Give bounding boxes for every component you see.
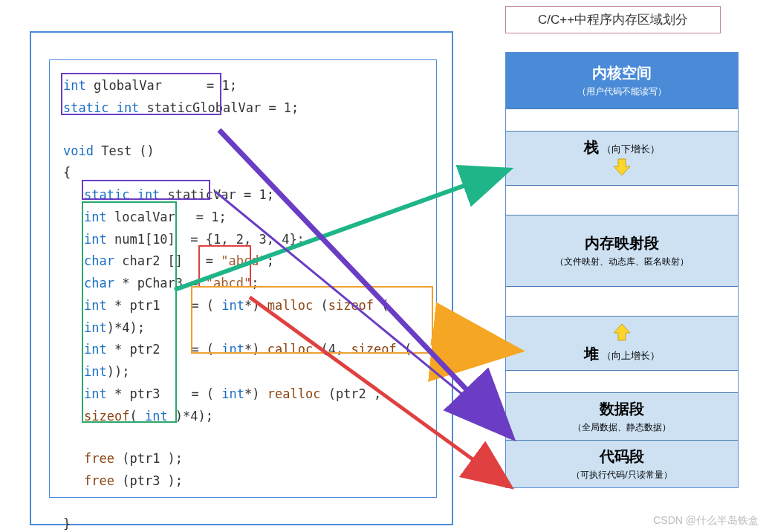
code-panel: int globalVar= 1; static int staticGloba… — [30, 31, 453, 525]
t: 内核空间 — [592, 65, 652, 81]
t: （向上增长） — [602, 350, 660, 361]
t: = ( — [191, 386, 221, 401]
memory-layout: 内核空间 （用户代码不能读写） 栈 （向下增长） 内存映射段 （文件映射、动态库… — [505, 52, 739, 488]
t: （用户代码不能读写） — [510, 85, 733, 98]
t: (ptr2 , — [320, 386, 381, 401]
arrow-down-icon — [510, 158, 733, 179]
highlight-heap-allocs — [191, 286, 433, 354]
t: (ptr3 ); — [114, 473, 183, 488]
svg-marker-0 — [614, 159, 630, 175]
diagram-title: C/C++中程序内存区域划分 — [505, 6, 721, 33]
t: 数据段 — [600, 400, 644, 417]
arrow-up-icon — [510, 322, 733, 344]
fn: free — [84, 451, 114, 466]
watermark: CSDN @什么半岛铁盒 — [653, 514, 759, 528]
mem-heap: 堆 （向上增长） — [506, 317, 738, 371]
t: 代码段 — [600, 448, 644, 464]
t: = 1; — [196, 210, 227, 224]
mem-kernel: 内核空间 （用户代码不能读写） — [506, 53, 738, 109]
kw: int — [221, 386, 244, 401]
t: （可执行代码/只读常量） — [510, 469, 733, 481]
t: = 1; — [244, 187, 274, 202]
t: Test () — [94, 143, 155, 158]
mem-stack: 栈 （向下增长） — [506, 132, 738, 186]
t: = {1, 2, 3, 4}; — [190, 232, 305, 247]
t: } — [63, 516, 71, 531]
mem-gap — [506, 109, 738, 132]
mem-mmap: 内存映射段 （文件映射、动态库、匿名映射） — [506, 215, 738, 287]
t: 内存映射段 — [585, 235, 659, 251]
t: 堆 — [584, 346, 599, 362]
mem-gap — [506, 287, 738, 317]
highlight-globals — [61, 73, 221, 115]
highlight-static-local — [82, 180, 210, 200]
highlight-locals — [82, 201, 177, 423]
svg-marker-1 — [614, 324, 630, 340]
t: （文件映射、动态库、匿名映射） — [510, 256, 733, 268]
mem-gap — [506, 371, 738, 393]
t: *) — [244, 386, 267, 401]
mem-gap — [506, 186, 738, 215]
fn: realloc — [267, 386, 321, 401]
t: （向下增长） — [602, 143, 660, 155]
t: ; — [267, 253, 274, 268]
fn: free — [84, 473, 114, 488]
kw: void — [63, 143, 94, 158]
t: = 1; — [268, 100, 299, 115]
title-text: C/C++中程序内存区域划分 — [538, 13, 688, 27]
t: CSDN @什么半岛铁盒 — [653, 514, 759, 526]
code-block: int globalVar= 1; static int staticGloba… — [49, 59, 437, 498]
mem-text: 代码段 （可执行代码/只读常量） — [506, 441, 738, 487]
t: （全局数据、静态数据） — [510, 421, 733, 434]
t: (ptr1 ); — [114, 451, 183, 466]
highlight-string-literals — [198, 245, 251, 288]
mem-data: 数据段 （全局数据、静态数据） — [506, 393, 738, 441]
t: 栈 — [584, 139, 599, 155]
t: { — [63, 165, 71, 180]
